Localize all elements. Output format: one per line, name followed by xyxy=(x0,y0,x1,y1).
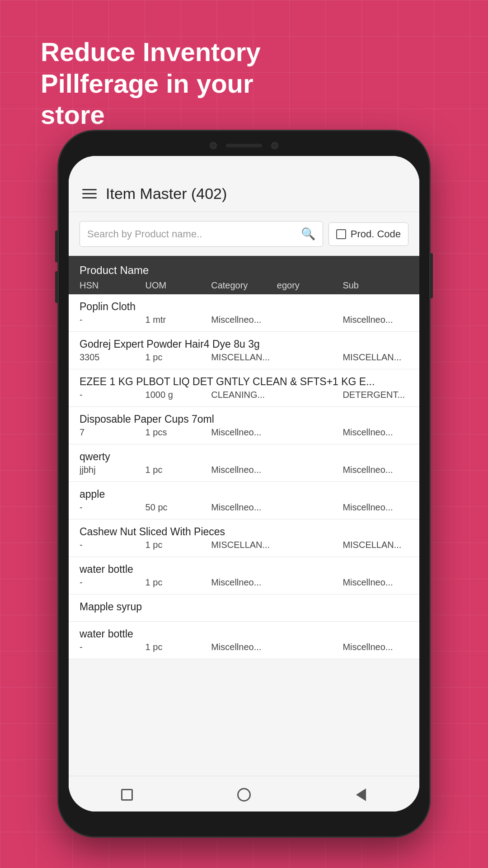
item-sub: Miscellneo... xyxy=(343,465,408,475)
item-hsn: - xyxy=(80,315,145,325)
item-sub: DETERGENT... xyxy=(343,390,408,400)
table-row[interactable]: Poplin Cloth-1 mtrMiscellneo...Miscellne… xyxy=(69,294,419,332)
search-section: Search by Product name.. 🔍 Prod. Code xyxy=(69,212,419,256)
item-name: Cashew Nut Sliced With Pieces xyxy=(80,526,408,538)
search-row: Search by Product name.. 🔍 Prod. Code xyxy=(80,221,408,247)
table-row[interactable]: Mapple syrup xyxy=(69,594,419,622)
earpiece xyxy=(226,144,262,147)
back-button[interactable] xyxy=(350,783,372,806)
home-button[interactable] xyxy=(233,783,255,806)
sensor xyxy=(271,142,278,149)
item-sub: Miscellneo... xyxy=(343,502,408,513)
product-name-header: Product Name xyxy=(80,264,408,277)
prod-code-button[interactable]: Prod. Code xyxy=(328,222,408,246)
phone-frame: Item Master (402) Search by Product name… xyxy=(59,131,429,836)
status-bar xyxy=(69,156,419,172)
item-hsn: jjbhj xyxy=(80,465,145,475)
menu-line xyxy=(82,193,97,194)
hero-tagline: Reduce Inventory Pillferage in your stor… xyxy=(41,36,312,131)
items-table: Product Name HSN UOM Category egory Sub … xyxy=(69,256,419,776)
item-egory xyxy=(277,502,343,513)
circle-icon xyxy=(237,788,251,802)
bottom-navigation xyxy=(69,776,419,811)
item-name: EZEE 1 KG PLBOT LIQ DET GNTLY CLEAN & SF… xyxy=(80,376,408,388)
item-category: MISCELLAN... xyxy=(211,352,277,363)
table-header: Product Name HSN UOM Category egory Sub xyxy=(69,256,419,294)
item-uom: 1 pc xyxy=(145,352,211,363)
item-hsn: - xyxy=(80,642,145,652)
item-uom: 1 pc xyxy=(145,540,211,550)
item-name: Disposable Paper Cups 7oml xyxy=(80,413,408,425)
hamburger-menu-button[interactable] xyxy=(82,189,97,198)
item-uom: 1 pc xyxy=(145,642,211,652)
search-input[interactable]: Search by Product name.. xyxy=(87,228,297,240)
item-category: Miscellneo... xyxy=(211,427,277,438)
recent-apps-button[interactable] xyxy=(116,783,138,806)
item-category: Miscellneo... xyxy=(211,642,277,652)
square-icon xyxy=(121,789,133,801)
item-uom: 1 pcs xyxy=(145,427,211,438)
table-row[interactable]: EZEE 1 KG PLBOT LIQ DET GNTLY CLEAN & SF… xyxy=(69,369,419,407)
search-icon: 🔍 xyxy=(301,227,315,241)
item-name: Godrej Expert Powder Hair4 Dye 8u 3g xyxy=(80,338,408,350)
item-uom: 1 pc xyxy=(145,577,211,588)
table-row[interactable]: water bottle-1 pcMiscellneo...Miscellneo… xyxy=(69,622,419,659)
item-uom: 50 pc xyxy=(145,502,211,513)
item-details: -1000 gCLEANING...DETERGENT... xyxy=(80,390,408,400)
uom-col-header: UOM xyxy=(145,280,211,291)
table-row[interactable]: water bottle-1 pcMiscellneo...Miscellneo… xyxy=(69,557,419,594)
item-category: Miscellneo... xyxy=(211,502,277,513)
item-name: Mapple syrup xyxy=(80,601,408,613)
vol-up-button[interactable] xyxy=(55,231,58,262)
item-category: Miscellneo... xyxy=(211,465,277,475)
item-category: MISCELLAN... xyxy=(211,540,277,550)
item-name: water bottle xyxy=(80,563,408,576)
item-hsn: - xyxy=(80,390,145,400)
table-row[interactable]: Cashew Nut Sliced With Pieces-1 pcMISCEL… xyxy=(69,519,419,557)
item-egory xyxy=(277,540,343,550)
item-details: jjbhj1 pcMiscellneo...Miscellneo... xyxy=(80,465,408,475)
table-row[interactable]: apple-50 pcMiscellneo...Miscellneo... xyxy=(69,482,419,519)
item-details: -1 mtrMiscellneo...Miscellneo... xyxy=(80,315,408,325)
item-uom: 1 mtr xyxy=(145,315,211,325)
table-row[interactable]: Godrej Expert Powder Hair4 Dye 8u 3g3305… xyxy=(69,332,419,369)
item-uom: 1000 g xyxy=(145,390,211,400)
item-details: 71 pcsMiscellneo...Miscellneo... xyxy=(80,427,408,438)
table-row[interactable]: Disposable Paper Cups 7oml71 pcsMiscelln… xyxy=(69,407,419,444)
menu-line xyxy=(82,197,97,198)
item-name: water bottle xyxy=(80,628,408,640)
prod-code-label: Prod. Code xyxy=(351,228,401,240)
table-body: Poplin Cloth-1 mtrMiscellneo...Miscellne… xyxy=(69,294,419,659)
page-title: Item Master (402) xyxy=(106,185,227,203)
item-egory xyxy=(277,390,343,400)
vol-down-button[interactable] xyxy=(55,271,58,303)
item-egory xyxy=(277,352,343,363)
checkbox-icon xyxy=(336,229,346,239)
item-details: -1 pcMiscellneo...Miscellneo... xyxy=(80,577,408,588)
sub-column-headers: HSN UOM Category egory Sub xyxy=(80,280,408,291)
item-sub: MISCELLAN... xyxy=(343,352,408,363)
item-sub: Miscellneo... xyxy=(343,427,408,438)
phone-device: Item Master (402) Search by Product name… xyxy=(59,131,429,836)
item-name: Poplin Cloth xyxy=(80,301,408,313)
item-uom: 1 pc xyxy=(145,465,211,475)
back-icon xyxy=(356,788,366,801)
item-hsn: 3305 xyxy=(80,352,145,363)
hero-line1: Reduce Inventory xyxy=(41,36,312,68)
item-name: apple xyxy=(80,488,408,500)
item-sub: Miscellneo... xyxy=(343,577,408,588)
item-egory xyxy=(277,577,343,588)
item-hsn: - xyxy=(80,540,145,550)
table-row[interactable]: qwertyjjbhj1 pcMiscellneo...Miscellneo..… xyxy=(69,444,419,482)
category-col-header: Category xyxy=(211,280,277,291)
item-egory xyxy=(277,465,343,475)
item-egory xyxy=(277,315,343,325)
item-details: -1 pcMISCELLAN...MISCELLAN... xyxy=(80,540,408,550)
search-box[interactable]: Search by Product name.. 🔍 xyxy=(80,221,323,247)
power-button[interactable] xyxy=(430,253,433,298)
phone-screen: Item Master (402) Search by Product name… xyxy=(69,156,419,811)
item-sub: MISCELLAN... xyxy=(343,540,408,550)
item-name: qwerty xyxy=(80,451,408,463)
sub-col-header: Sub xyxy=(343,280,408,291)
hsn-col-header: HSN xyxy=(80,280,145,291)
